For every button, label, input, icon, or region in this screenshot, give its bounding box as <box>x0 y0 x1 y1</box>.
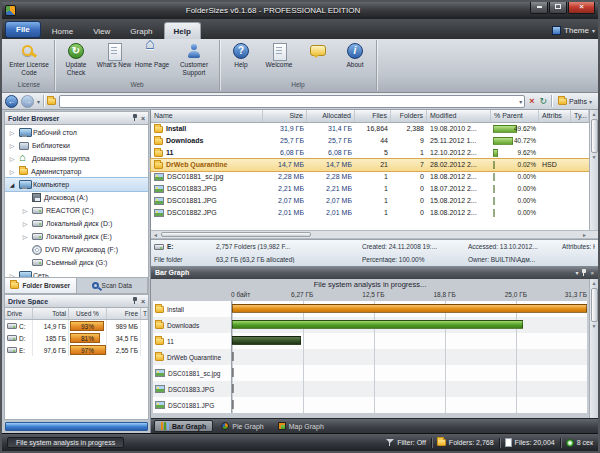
bar-dsc01881-sc[interactable] <box>232 368 234 377</box>
expand-icon[interactable]: ▷ <box>21 220 29 227</box>
refresh-button[interactable]: ↻ <box>539 96 549 106</box>
close-panel-icon[interactable]: × <box>141 115 145 122</box>
address-bar[interactable]: ▾ <box>59 95 525 108</box>
scrollbar-thumb[interactable] <box>591 288 598 322</box>
chevron-down-icon[interactable]: ▾ <box>575 269 578 276</box>
column-drive[interactable]: Drive <box>5 308 33 319</box>
scroll-down-icon[interactable]: ▼ <box>592 153 597 162</box>
column-type[interactable]: Ty... <box>571 110 589 122</box>
file-row-dsc01883[interactable]: DSC01883.JPG 2,21 МБ 2,21 МБ 1 0 18.07.2… <box>151 183 589 195</box>
welcome-button[interactable]: Welcome <box>260 40 298 80</box>
scroll-up-icon[interactable]: ▲ <box>592 279 597 288</box>
tree-item-desktop[interactable]: ▷Рабочий стол <box>5 126 148 139</box>
about-button[interactable]: About <box>336 40 374 80</box>
file-row-11[interactable]: 11 6,08 ГБ 6,08 ГБ 5 1 12.10.2012 2... 9… <box>151 147 589 159</box>
column-percent-parent[interactable]: % Parent <box>491 110 539 122</box>
maximize-button[interactable] <box>549 2 567 14</box>
theme-selector[interactable]: Theme ▾ <box>552 26 595 39</box>
tree-item-homegroup[interactable]: ▷Домашняя группа <box>5 152 148 165</box>
feedback-button[interactable] <box>298 40 336 80</box>
file-row-dsc01882[interactable]: DSC01882.JPG 2,01 МБ 2,01 МБ 1 0 18.08.2… <box>151 207 589 219</box>
expand-icon[interactable]: ▷ <box>21 233 29 240</box>
paths-button[interactable]: Paths ▾ <box>555 98 595 105</box>
horizontal-scrollbar[interactable]: ◄ ► <box>151 231 598 239</box>
file-row-drweb-quarantine[interactable]: DrWeb Quarantine 14,7 МБ 14,7 МБ 21 7 28… <box>151 159 589 171</box>
tree-item-libraries[interactable]: ▷Библиотеки <box>5 139 148 152</box>
bar-11[interactable] <box>232 336 301 345</box>
tab-bar-graph[interactable]: Bar Graph <box>154 420 213 432</box>
tab-graph[interactable]: Graph <box>121 23 161 39</box>
scroll-up-icon[interactable]: ▲ <box>592 110 597 119</box>
column-used[interactable]: Used % <box>69 308 107 319</box>
history-dropdown-icon[interactable]: ▾ <box>37 98 40 105</box>
scroll-down-icon[interactable]: ▼ <box>592 322 597 331</box>
tree-item-drive-c[interactable]: ▷REACTOR (C:) <box>5 204 148 217</box>
graph-scrollbar[interactable]: ▲ ▼ <box>589 279 598 418</box>
pin-icon[interactable] <box>581 269 587 277</box>
pin-icon[interactable] <box>132 114 138 122</box>
expand-icon[interactable]: ▷ <box>8 142 16 149</box>
column-files[interactable]: Files <box>355 110 391 122</box>
close-panel-icon[interactable]: × <box>141 298 145 305</box>
tree-item-drive-f[interactable]: DVD RW дисковод (F:) <box>5 243 148 256</box>
enter-license-code-button[interactable]: Enter License Code <box>6 40 52 80</box>
tab-help[interactable]: Help <box>164 22 201 39</box>
tab-pie-graph[interactable]: Pie Graph <box>215 421 270 431</box>
tree-item-user[interactable]: ▷Администратор <box>5 165 148 178</box>
column-free[interactable]: Free <box>107 308 141 319</box>
tab-map-graph[interactable]: Map Graph <box>272 421 330 431</box>
home-page-button[interactable]: Home Page <box>133 40 171 80</box>
tab-view[interactable]: View <box>84 23 119 39</box>
tree-item-drive-g[interactable]: Съемный диск (G:) <box>5 256 148 269</box>
scroll-left-icon[interactable]: ◄ <box>153 232 158 238</box>
tree-item-drive-d[interactable]: ▷Локальный диск (D:) <box>5 217 148 230</box>
tab-home[interactable]: Home <box>43 23 82 39</box>
scrollbar-thumb[interactable] <box>161 232 311 237</box>
status-filter[interactable]: Filter: Off <box>386 439 426 447</box>
address-dropdown-icon[interactable]: ▾ <box>519 98 522 105</box>
expand-icon[interactable]: ▷ <box>8 155 16 162</box>
forward-button[interactable]: → <box>21 95 34 108</box>
column-type[interactable]: T... <box>141 308 148 319</box>
tree-item-computer[interactable]: ◢Компьютер <box>5 178 148 191</box>
column-attribs[interactable]: Attribs <box>539 110 571 122</box>
column-total[interactable]: Total <box>33 308 69 319</box>
column-name[interactable]: Name <box>151 110 263 122</box>
clear-filter-button[interactable]: × <box>528 96 535 106</box>
file-row-dsc01881-sc[interactable]: DSC01881_sc.jpg 2,28 МБ 2,28 МБ 1 0 18.0… <box>151 171 589 183</box>
bar-downloads[interactable] <box>232 320 523 329</box>
file-list-scrollbar[interactable]: ▲ ▼ <box>589 110 598 230</box>
tab-file[interactable]: File <box>5 21 41 38</box>
help-button[interactable]: Help <box>222 40 260 80</box>
bar-dsc01883[interactable] <box>232 384 234 393</box>
tab-scan-data[interactable]: Scan Data <box>77 278 149 293</box>
close-button[interactable]: × <box>568 2 595 14</box>
whats-new-button[interactable]: What's New <box>95 40 133 80</box>
bar-install[interactable] <box>232 304 587 313</box>
tree-item-network[interactable]: ▷Сеть <box>5 269 148 278</box>
column-folders[interactable]: Folders <box>391 110 427 122</box>
expand-icon[interactable]: ▷ <box>8 129 16 136</box>
collapse-icon[interactable]: ◢ <box>8 181 16 188</box>
bar-drweb[interactable] <box>232 352 234 361</box>
column-modified[interactable]: Modified <box>427 110 491 122</box>
update-check-button[interactable]: Update Check <box>57 40 95 80</box>
tab-folder-browser[interactable]: Folder Browser <box>5 278 77 293</box>
close-panel-icon[interactable]: × <box>590 270 594 276</box>
column-allocated[interactable]: Allocated <box>307 110 355 122</box>
bar-dsc01881[interactable] <box>232 400 234 409</box>
tree-item-drive-e[interactable]: ▷Локальный диск (E:) <box>5 230 148 243</box>
file-row-dsc01881[interactable]: DSC01881.JPG 2,07 МБ 2,07 МБ 1 0 15.08.2… <box>151 195 589 207</box>
customer-support-button[interactable]: Customer Support <box>171 40 217 80</box>
drive-row-c[interactable]: C: 14,9 ГБ 93% 989 МБ <box>5 320 148 332</box>
column-size[interactable]: Size <box>263 110 307 122</box>
expand-icon[interactable]: ▷ <box>21 207 29 214</box>
pin-icon[interactable] <box>132 297 138 305</box>
back-button[interactable]: ← <box>5 95 18 108</box>
drive-row-d[interactable]: D: 185 ГБ 81% 34,5 ГБ <box>5 332 148 344</box>
address-input[interactable] <box>62 98 517 105</box>
minimize-button[interactable] <box>530 2 548 14</box>
expand-icon[interactable]: ▷ <box>8 168 16 175</box>
drive-row-e[interactable]: E: 97,6 ГБ 97% 2,55 ГБ <box>5 344 148 356</box>
tree-item-drive-a[interactable]: Дисковод (A:) <box>5 191 148 204</box>
